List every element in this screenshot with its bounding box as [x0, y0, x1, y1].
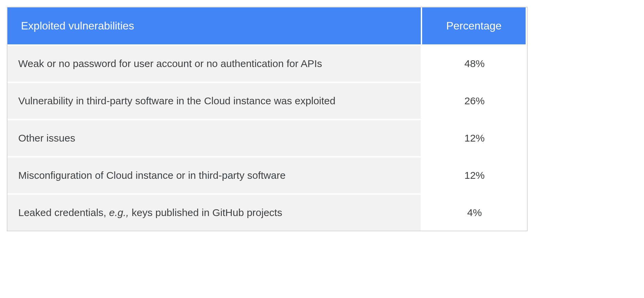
vulnerability-percentage: 12%	[422, 120, 527, 156]
table-row: Leaked credentials, e.g., keys published…	[7, 193, 527, 231]
vulnerability-percentage: 48%	[422, 46, 527, 82]
table-row: Vulnerability in third-party software in…	[7, 82, 527, 119]
header-percentage: Percentage	[422, 7, 527, 44]
table-row: Other issues 12%	[7, 119, 527, 156]
vulnerability-percentage: 4%	[422, 195, 527, 231]
vulnerability-description: Misconfiguration of Cloud instance or in…	[7, 157, 422, 193]
vulnerability-percentage: 12%	[422, 157, 527, 193]
vulnerability-description: Other issues	[7, 120, 422, 156]
vulnerability-table: Exploited vulnerabilities Percentage Wea…	[7, 7, 528, 231]
vulnerability-percentage: 26%	[422, 83, 527, 119]
vulnerability-description: Leaked credentials, e.g., keys published…	[7, 195, 422, 231]
table-row: Weak or no password for user account or …	[7, 44, 527, 82]
vulnerability-description: Vulnerability in third-party software in…	[7, 83, 422, 119]
table-row: Misconfiguration of Cloud instance or in…	[7, 156, 527, 193]
table-header-row: Exploited vulnerabilities Percentage	[7, 7, 527, 44]
vulnerability-description: Weak or no password for user account or …	[7, 46, 422, 82]
header-vulnerabilities: Exploited vulnerabilities	[7, 7, 422, 44]
